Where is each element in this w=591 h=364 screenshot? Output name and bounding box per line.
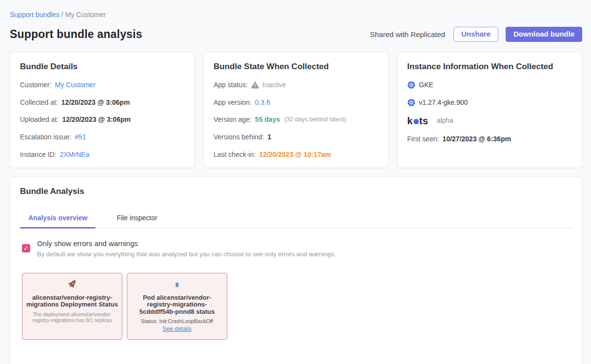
collected-at-label: Collected at: (20, 98, 58, 107)
versions-behind-row: Versions behind: 1 (214, 133, 378, 141)
collected-at-row: Collected at: 12/20/2023 @ 3:06pm (20, 98, 185, 107)
instance-id-row: Instance ID: 2XMrNEa (20, 151, 185, 159)
bundle-analysis-title: Bundle Analysis (20, 187, 572, 196)
analysis-tabs: Analysis overview File inspector (20, 209, 572, 229)
shared-status-text: Shared with Replicated (370, 30, 445, 38)
app-status-value: Inactive (262, 81, 286, 89)
escalation-issue-link[interactable]: #51 (75, 133, 86, 141)
tab-file-inspector[interactable]: File inspector (108, 209, 165, 228)
rocket-icon (26, 279, 118, 289)
uploaded-at-value: 12/20/2023 @ 3:06pm (62, 115, 131, 124)
kots-letters-ts: ts (419, 116, 429, 126)
customer-row: Customer: My Customer (20, 81, 185, 89)
only-errors-checkbox[interactable]: ✓ (22, 244, 30, 252)
uploaded-at-label: Uploaded at: (20, 115, 59, 124)
app-status-label: App status: (214, 81, 248, 89)
first-seen-value: 10/27/2023 @ 6:36pm (442, 135, 511, 143)
instance-info-title: Instance Information When Collected (407, 62, 572, 72)
last-checkin-label: Last check-in: (214, 151, 256, 159)
last-checkin-row: Last check-in: 12/20/2023 @ 10:17am (214, 151, 378, 159)
breadcrumb-current: My Customer (65, 11, 106, 19)
escalation-issue-row: Escalation issue: #51 (20, 133, 185, 141)
bundle-analysis-card: Bundle Analysis Analysis overview File i… (10, 176, 582, 364)
warning-title: Pod alicenstar/vendor-registry-migration… (131, 294, 223, 316)
kots-letter-k: k (407, 116, 413, 126)
deployment-status-warning-card[interactable]: alicenstar/vendor-registry-migrations De… (22, 273, 122, 340)
support-bundle-analysis-page: Support bundles / My Customer Support bu… (0, 0, 591, 364)
versions-behind-value: 1 (268, 133, 272, 141)
distribution-value: GKE (419, 81, 433, 89)
customer-link[interactable]: My Customer (55, 81, 96, 89)
warning-icon (251, 81, 259, 89)
app-status-row: App status: Inactive (214, 81, 378, 89)
download-bundle-button[interactable]: Download bundle (506, 27, 582, 42)
errors-warnings-filter: ✓ Only show errors and warnings By defau… (20, 239, 572, 258)
breadcrumb-separator: / (61, 11, 63, 19)
tab-analysis-overview[interactable]: Analysis overview (20, 209, 96, 228)
bundle-details-title: Bundle Details (20, 62, 185, 72)
filter-text-block: Only show errors and warnings By default… (37, 239, 336, 258)
kots-o-icon (414, 119, 419, 124)
app-version-link[interactable]: 0.3.6 (255, 98, 270, 107)
bundle-details-card: Bundle Details Customer: My Customer Col… (10, 52, 195, 168)
page-header: Support bundle analysis Shared with Repl… (10, 27, 582, 42)
unshare-button[interactable]: Unshare (453, 27, 498, 42)
version-age-label: Version age: (214, 115, 252, 124)
info-cards-row: Bundle Details Customer: My Customer Col… (10, 52, 582, 168)
breadcrumb-support-bundles-link[interactable]: Support bundles (10, 11, 59, 19)
customer-label: Customer: (20, 81, 52, 89)
warning-title: alicenstar/vendor-registry-migrations De… (26, 294, 118, 308)
see-details-link[interactable]: See details (162, 326, 191, 332)
page-title: Support bundle analysis (10, 28, 142, 41)
version-age-note: (32 days behind latest) (284, 116, 346, 123)
warning-status: Status: Init:CrashLoopBackOff (131, 318, 223, 324)
k8s-version-icon (407, 98, 415, 107)
bundle-state-card: Bundle State When Collected App status: … (203, 52, 389, 168)
escalation-issue-label: Escalation issue: (20, 133, 71, 141)
kots-channel: alpha (436, 116, 453, 125)
kots-row: kts alpha (407, 116, 572, 126)
k8s-version-value: v1.27.4-gke.900 (419, 98, 468, 107)
warning-description: The deployment alicenstar/vendor-registr… (26, 311, 118, 323)
collected-at-value: 12/20/2023 @ 3:06pm (61, 98, 130, 107)
uploaded-at-row: Uploaded at: 12/20/2023 @ 3:06pm (20, 115, 185, 124)
filter-label: Only show errors and warnings (37, 239, 336, 248)
pod-icon (131, 279, 223, 289)
pod-status-warning-card[interactable]: Pod alicenstar/vendor-registry-migration… (127, 273, 227, 340)
k8s-version-row: v1.27.4-gke.900 (407, 98, 572, 107)
k8s-distribution-icon (407, 81, 415, 89)
last-checkin-value: 12/20/2023 @ 10:17am (259, 151, 331, 159)
version-age-value: 55 days (255, 115, 280, 124)
bundle-state-title: Bundle State When Collected (214, 62, 378, 72)
app-version-label: App version: (214, 98, 252, 107)
first-seen-row: First seen: 10/27/2023 @ 6:36pm (407, 135, 572, 143)
version-age-row: Version age: 55 days (32 days behind lat… (214, 115, 378, 124)
distribution-row: GKE (407, 81, 572, 89)
header-actions: Shared with Replicated Unshare Download … (370, 27, 582, 42)
instance-id-link[interactable]: 2XMrNEa (60, 151, 90, 159)
app-version-row: App version: 0.3.6 (214, 98, 378, 107)
kots-logo: kts (407, 116, 428, 126)
first-seen-label: First seen: (407, 135, 439, 143)
analysis-results-row: alicenstar/vendor-registry-migrations De… (20, 273, 572, 340)
instance-id-label: Instance ID: (20, 151, 57, 159)
breadcrumb: Support bundles / My Customer (10, 11, 582, 19)
versions-behind-label: Versions behind: (214, 133, 264, 141)
filter-description: By default we show you everything that w… (37, 250, 336, 258)
instance-info-card: Instance Information When Collected GKE (397, 52, 582, 168)
